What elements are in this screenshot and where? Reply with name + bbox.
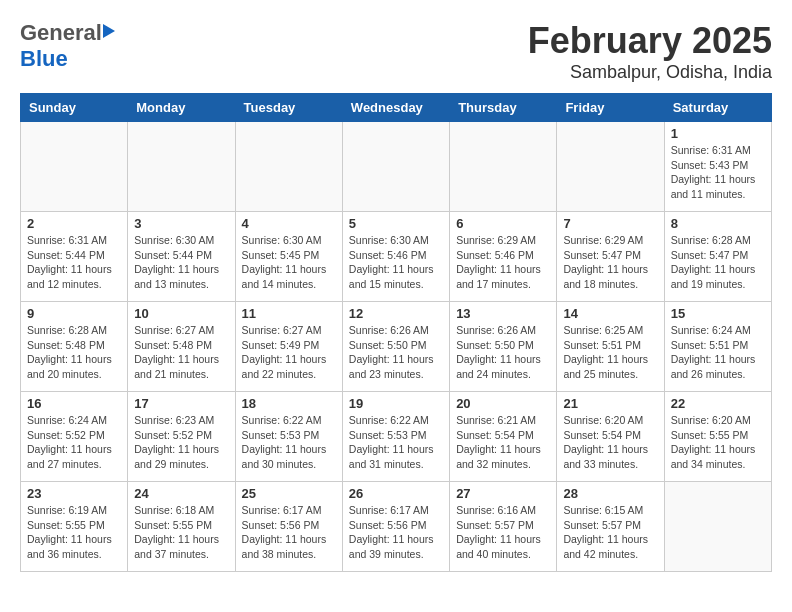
calendar-cell: 24Sunrise: 6:18 AMSunset: 5:55 PMDayligh… bbox=[128, 482, 235, 572]
logo-general: General bbox=[20, 20, 102, 46]
day-info: Sunrise: 6:30 AMSunset: 5:44 PMDaylight:… bbox=[134, 233, 228, 292]
day-info: Sunrise: 6:23 AMSunset: 5:52 PMDaylight:… bbox=[134, 413, 228, 472]
day-info: Sunrise: 6:27 AMSunset: 5:49 PMDaylight:… bbox=[242, 323, 336, 382]
calendar-body: 1Sunrise: 6:31 AMSunset: 5:43 PMDaylight… bbox=[21, 122, 772, 572]
calendar-cell: 10Sunrise: 6:27 AMSunset: 5:48 PMDayligh… bbox=[128, 302, 235, 392]
day-info: Sunrise: 6:17 AMSunset: 5:56 PMDaylight:… bbox=[349, 503, 443, 562]
calendar-cell: 25Sunrise: 6:17 AMSunset: 5:56 PMDayligh… bbox=[235, 482, 342, 572]
calendar-cell: 8Sunrise: 6:28 AMSunset: 5:47 PMDaylight… bbox=[664, 212, 771, 302]
logo: General Blue bbox=[20, 20, 115, 72]
day-info: Sunrise: 6:26 AMSunset: 5:50 PMDaylight:… bbox=[349, 323, 443, 382]
calendar-cell: 28Sunrise: 6:15 AMSunset: 5:57 PMDayligh… bbox=[557, 482, 664, 572]
calendar-cell: 18Sunrise: 6:22 AMSunset: 5:53 PMDayligh… bbox=[235, 392, 342, 482]
day-info: Sunrise: 6:30 AMSunset: 5:45 PMDaylight:… bbox=[242, 233, 336, 292]
day-number: 18 bbox=[242, 396, 336, 411]
day-number: 26 bbox=[349, 486, 443, 501]
week-row-0: 1Sunrise: 6:31 AMSunset: 5:43 PMDaylight… bbox=[21, 122, 772, 212]
calendar-cell bbox=[450, 122, 557, 212]
day-info: Sunrise: 6:24 AMSunset: 5:51 PMDaylight:… bbox=[671, 323, 765, 382]
day-number: 3 bbox=[134, 216, 228, 231]
calendar-cell bbox=[21, 122, 128, 212]
weekday-wednesday: Wednesday bbox=[342, 94, 449, 122]
header: General Blue February 2025 Sambalpur, Od… bbox=[20, 20, 772, 83]
day-info: Sunrise: 6:18 AMSunset: 5:55 PMDaylight:… bbox=[134, 503, 228, 562]
calendar-cell: 6Sunrise: 6:29 AMSunset: 5:46 PMDaylight… bbox=[450, 212, 557, 302]
day-number: 6 bbox=[456, 216, 550, 231]
day-number: 28 bbox=[563, 486, 657, 501]
calendar-cell: 3Sunrise: 6:30 AMSunset: 5:44 PMDaylight… bbox=[128, 212, 235, 302]
weekday-monday: Monday bbox=[128, 94, 235, 122]
day-number: 11 bbox=[242, 306, 336, 321]
calendar-cell bbox=[235, 122, 342, 212]
month-title: February 2025 bbox=[528, 20, 772, 62]
calendar-cell: 5Sunrise: 6:30 AMSunset: 5:46 PMDaylight… bbox=[342, 212, 449, 302]
calendar-cell bbox=[557, 122, 664, 212]
day-info: Sunrise: 6:17 AMSunset: 5:56 PMDaylight:… bbox=[242, 503, 336, 562]
weekday-thursday: Thursday bbox=[450, 94, 557, 122]
day-number: 12 bbox=[349, 306, 443, 321]
calendar-cell: 15Sunrise: 6:24 AMSunset: 5:51 PMDayligh… bbox=[664, 302, 771, 392]
day-info: Sunrise: 6:15 AMSunset: 5:57 PMDaylight:… bbox=[563, 503, 657, 562]
calendar-cell: 4Sunrise: 6:30 AMSunset: 5:45 PMDaylight… bbox=[235, 212, 342, 302]
day-number: 16 bbox=[27, 396, 121, 411]
day-info: Sunrise: 6:19 AMSunset: 5:55 PMDaylight:… bbox=[27, 503, 121, 562]
day-number: 1 bbox=[671, 126, 765, 141]
day-info: Sunrise: 6:26 AMSunset: 5:50 PMDaylight:… bbox=[456, 323, 550, 382]
day-number: 20 bbox=[456, 396, 550, 411]
day-info: Sunrise: 6:31 AMSunset: 5:44 PMDaylight:… bbox=[27, 233, 121, 292]
calendar-cell: 23Sunrise: 6:19 AMSunset: 5:55 PMDayligh… bbox=[21, 482, 128, 572]
calendar-cell: 14Sunrise: 6:25 AMSunset: 5:51 PMDayligh… bbox=[557, 302, 664, 392]
weekday-friday: Friday bbox=[557, 94, 664, 122]
weekday-header-row: SundayMondayTuesdayWednesdayThursdayFrid… bbox=[21, 94, 772, 122]
day-info: Sunrise: 6:29 AMSunset: 5:46 PMDaylight:… bbox=[456, 233, 550, 292]
day-number: 7 bbox=[563, 216, 657, 231]
calendar-cell: 26Sunrise: 6:17 AMSunset: 5:56 PMDayligh… bbox=[342, 482, 449, 572]
day-number: 2 bbox=[27, 216, 121, 231]
calendar-cell bbox=[128, 122, 235, 212]
day-info: Sunrise: 6:28 AMSunset: 5:48 PMDaylight:… bbox=[27, 323, 121, 382]
calendar-cell: 7Sunrise: 6:29 AMSunset: 5:47 PMDaylight… bbox=[557, 212, 664, 302]
day-number: 15 bbox=[671, 306, 765, 321]
day-info: Sunrise: 6:16 AMSunset: 5:57 PMDaylight:… bbox=[456, 503, 550, 562]
day-number: 13 bbox=[456, 306, 550, 321]
calendar-cell: 21Sunrise: 6:20 AMSunset: 5:54 PMDayligh… bbox=[557, 392, 664, 482]
calendar-cell: 12Sunrise: 6:26 AMSunset: 5:50 PMDayligh… bbox=[342, 302, 449, 392]
day-number: 24 bbox=[134, 486, 228, 501]
title-section: February 2025 Sambalpur, Odisha, India bbox=[528, 20, 772, 83]
day-info: Sunrise: 6:21 AMSunset: 5:54 PMDaylight:… bbox=[456, 413, 550, 472]
day-info: Sunrise: 6:29 AMSunset: 5:47 PMDaylight:… bbox=[563, 233, 657, 292]
week-row-4: 23Sunrise: 6:19 AMSunset: 5:55 PMDayligh… bbox=[21, 482, 772, 572]
day-number: 27 bbox=[456, 486, 550, 501]
calendar-cell: 11Sunrise: 6:27 AMSunset: 5:49 PMDayligh… bbox=[235, 302, 342, 392]
day-info: Sunrise: 6:25 AMSunset: 5:51 PMDaylight:… bbox=[563, 323, 657, 382]
day-info: Sunrise: 6:27 AMSunset: 5:48 PMDaylight:… bbox=[134, 323, 228, 382]
calendar-cell: 13Sunrise: 6:26 AMSunset: 5:50 PMDayligh… bbox=[450, 302, 557, 392]
calendar-cell: 27Sunrise: 6:16 AMSunset: 5:57 PMDayligh… bbox=[450, 482, 557, 572]
day-number: 14 bbox=[563, 306, 657, 321]
day-number: 23 bbox=[27, 486, 121, 501]
day-number: 22 bbox=[671, 396, 765, 411]
day-info: Sunrise: 6:28 AMSunset: 5:47 PMDaylight:… bbox=[671, 233, 765, 292]
day-number: 8 bbox=[671, 216, 765, 231]
day-info: Sunrise: 6:22 AMSunset: 5:53 PMDaylight:… bbox=[349, 413, 443, 472]
calendar: SundayMondayTuesdayWednesdayThursdayFrid… bbox=[20, 93, 772, 572]
day-info: Sunrise: 6:24 AMSunset: 5:52 PMDaylight:… bbox=[27, 413, 121, 472]
week-row-1: 2Sunrise: 6:31 AMSunset: 5:44 PMDaylight… bbox=[21, 212, 772, 302]
day-number: 17 bbox=[134, 396, 228, 411]
logo-arrow-icon bbox=[103, 24, 115, 38]
day-number: 9 bbox=[27, 306, 121, 321]
day-number: 21 bbox=[563, 396, 657, 411]
calendar-cell: 17Sunrise: 6:23 AMSunset: 5:52 PMDayligh… bbox=[128, 392, 235, 482]
day-info: Sunrise: 6:31 AMSunset: 5:43 PMDaylight:… bbox=[671, 143, 765, 202]
week-row-3: 16Sunrise: 6:24 AMSunset: 5:52 PMDayligh… bbox=[21, 392, 772, 482]
weekday-sunday: Sunday bbox=[21, 94, 128, 122]
day-info: Sunrise: 6:20 AMSunset: 5:55 PMDaylight:… bbox=[671, 413, 765, 472]
logo-blue: Blue bbox=[20, 46, 68, 71]
day-number: 5 bbox=[349, 216, 443, 231]
weekday-tuesday: Tuesday bbox=[235, 94, 342, 122]
calendar-cell: 19Sunrise: 6:22 AMSunset: 5:53 PMDayligh… bbox=[342, 392, 449, 482]
location-title: Sambalpur, Odisha, India bbox=[528, 62, 772, 83]
day-number: 10 bbox=[134, 306, 228, 321]
day-info: Sunrise: 6:20 AMSunset: 5:54 PMDaylight:… bbox=[563, 413, 657, 472]
weekday-saturday: Saturday bbox=[664, 94, 771, 122]
